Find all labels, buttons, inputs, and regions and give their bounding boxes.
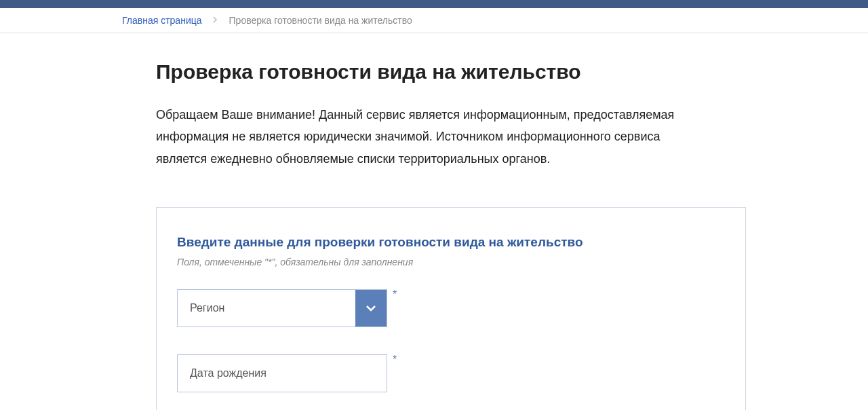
breadcrumb-bar: Главная страница Проверка готовности вид…	[0, 8, 868, 33]
breadcrumb-home-link[interactable]: Главная страница	[122, 15, 202, 26]
breadcrumb: Главная страница Проверка готовности вид…	[122, 15, 746, 26]
dob-field-row: *	[177, 354, 725, 392]
region-field-row: Регион *	[177, 289, 725, 327]
form-box: Введите данные для проверки готовности в…	[156, 207, 746, 410]
chevron-down-icon	[355, 290, 387, 327]
content: Проверка готовности вида на жительство О…	[102, 33, 766, 410]
breadcrumb-current: Проверка готовности вида на жительство	[229, 15, 412, 26]
intro-text: Обращаем Ваше внимание! Данный сервис яв…	[156, 104, 712, 170]
region-select-label: Регион	[178, 290, 355, 327]
form-title: Введите данные для проверки готовности в…	[177, 235, 725, 250]
chevron-right-icon	[213, 16, 218, 25]
dob-input[interactable]	[190, 367, 387, 379]
page-title: Проверка готовности вида на жительство	[156, 60, 746, 83]
required-mark: *	[393, 289, 397, 300]
dob-input-wrap	[177, 354, 387, 392]
required-mark: *	[393, 354, 397, 365]
form-note: Поля, отмеченные "*", обязательны для за…	[177, 257, 725, 267]
top-bar	[0, 0, 868, 8]
region-select[interactable]: Регион	[177, 289, 387, 327]
